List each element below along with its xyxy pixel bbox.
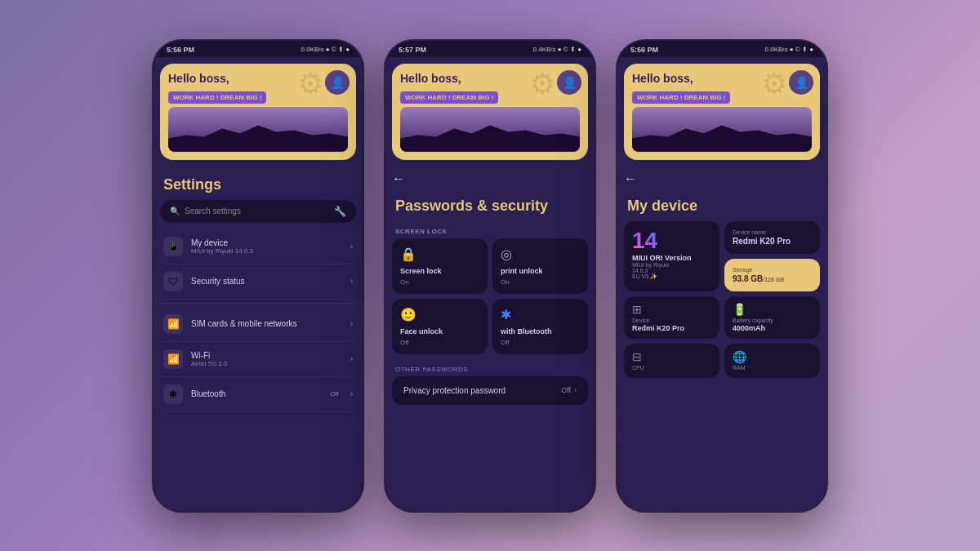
header-card-3: Hello boss, 👤 ⚙ WORK HARD ! DREAM BIG ! [624, 64, 820, 160]
spec-device-icon: ⊞ [632, 303, 711, 316]
status-time-3: 5:56 PM [630, 46, 658, 54]
spec-ram-label: RAM [733, 365, 812, 371]
device-specs-grid: ⊞ Device Redmi K20 Pro 🔋 Battery capacit… [624, 296, 820, 378]
miui-version: MIUI ORI Version [632, 254, 692, 262]
security-grid: 🔒 Screen lock On ◎ print unlock On 🙂 Fac… [392, 238, 588, 354]
spec-device-value: Redmi K20 Pro [632, 324, 711, 332]
screen-lock-icon: 🔒 [400, 247, 479, 262]
spec-device-label: Device [632, 318, 711, 323]
status-bar-3: 5:56 PM 0.0KB/s ● © ⬆ ● [617, 41, 826, 57]
settings-item-bluetooth[interactable]: ✱ Bluetooth Off › [160, 377, 356, 412]
spec-cpu[interactable]: ⊟ CPU [624, 344, 719, 378]
settings-item-wifi[interactable]: 📶 Wi-Fi Airtel 5G 2.0 › [160, 342, 356, 377]
motivational-3: WORK HARD ! DREAM BIG ! [632, 91, 730, 104]
motivational-2: WORK HARD ! DREAM BIG ! [400, 91, 498, 104]
silhouette-1 [168, 119, 348, 152]
settings-item-sim[interactable]: 📶 SIM cards & mobile networks › [160, 307, 356, 342]
gear-icon-1: ⚙ [297, 67, 323, 101]
header-image-2 [400, 107, 580, 152]
storage-label: Storage [733, 267, 812, 273]
phone-content-3: Hello boss, 👤 ⚙ WORK HARD ! DREAM BIG ! … [617, 57, 826, 511]
wifi-chevron: › [350, 354, 353, 363]
device-scroll[interactable]: My device 14 MIUI ORI Version MIUI by Ri… [617, 188, 826, 511]
security-scroll[interactable]: Passwords & security SCREEN LOCK 🔒 Scree… [385, 188, 595, 511]
gear-icon-3: ⚙ [761, 67, 787, 101]
privacy-label: Privacy protection password [403, 386, 506, 395]
device-name-card[interactable]: Device name Redmi K20 Pro [724, 221, 820, 254]
face-unlock-status: Off [400, 339, 479, 346]
settings-item-mydevice[interactable]: 📱 My device MIUI by Riyuki 14.0.3 › [160, 229, 356, 264]
spec-ram[interactable]: 🌐 RAM [724, 344, 820, 378]
search-placeholder: Search settings [185, 207, 329, 216]
spec-battery[interactable]: 🔋 Battery capacity 4000mAh [724, 296, 820, 339]
device-name-value: Redmi K20 Pro [733, 237, 812, 246]
miui-card[interactable]: 14 MIUI ORI Version MIUI by Riyuki 14.0.… [624, 221, 719, 291]
status-time-2: 5:57 PM [399, 46, 426, 54]
bluetooth-unlock-status: Off [501, 339, 580, 346]
header-card-1: Hello boss, 👤 ⚙ WORK HARD ! DREAM BIG ! [160, 64, 356, 160]
device-top-grid: 14 MIUI ORI Version MIUI by Riyuki 14.0.… [624, 221, 820, 291]
spec-battery-label: Battery capacity [733, 318, 812, 323]
motivational-1: WORK HARD ! DREAM BIG ! [168, 91, 266, 104]
storage-total: /128 GB [763, 277, 784, 282]
avatar-1: 👤 [325, 70, 350, 95]
settings-title: Settings [160, 171, 356, 200]
mydevice-icon: 📱 [163, 237, 183, 256]
mydevice-name: My device [191, 238, 342, 247]
silhouette-3 [632, 119, 812, 152]
settings-item-security[interactable]: 🛡 Security status › [160, 264, 356, 300]
bluetooth-icon: ✱ [163, 384, 183, 404]
security-chevron: › [350, 277, 353, 286]
security-icon: 🛡 [163, 272, 183, 291]
search-bar[interactable]: 🔍 Search settings 🔧 [160, 200, 356, 223]
status-time-1: 5:56 PM [167, 46, 194, 54]
bluetooth-value: Off [330, 390, 339, 398]
privacy-right: Off › [561, 386, 577, 394]
device-title: My device [624, 193, 820, 221]
miui-sub1: MIUI by Riyuki [632, 262, 669, 268]
settings-scroll[interactable]: Settings 🔍 Search settings 🔧 📱 My device… [154, 167, 363, 511]
fingerprint-card[interactable]: ◎ print unlock On [492, 238, 588, 294]
face-unlock-icon: 🙂 [400, 307, 479, 322]
phone-mydevice: 5:56 PM 0.0KB/s ● © ⬆ ● Hello boss, 👤 ⚙ … [616, 39, 828, 513]
storage-card[interactable]: Storage 93.8 GB/128 GB [724, 259, 820, 291]
privacy-chevron: › [574, 386, 577, 394]
gear-icon-2: ⚙ [529, 67, 555, 101]
wifi-sub: Airtel 5G 2.0 [191, 360, 342, 367]
search-icon: 🔍 [170, 207, 180, 216]
phone-settings: 5:56 PM 0.0KB/s ● © ⬆ ● Hello boss, 👤 ⚙ … [152, 39, 364, 513]
phone-content-1: Hello boss, 👤 ⚙ WORK HARD ! DREAM BIG ! … [154, 57, 363, 511]
bluetooth-name: Bluetooth [191, 389, 322, 398]
divider-1 [160, 303, 356, 304]
back-arrow-3[interactable]: ← [617, 167, 826, 188]
face-unlock-card[interactable]: 🙂 Face unlock Off [392, 299, 488, 354]
avatar-2: 👤 [557, 70, 581, 95]
screen-lock-title: Screen lock [400, 267, 479, 275]
sim-name: SIM cards & mobile networks [191, 319, 342, 328]
spec-battery-value: 4000mAh [733, 324, 812, 332]
fingerprint-title: print unlock [501, 267, 580, 275]
miui-logo: 14 [632, 229, 657, 252]
status-icons-1: 0.0KB/s ● © ⬆ ● [301, 46, 350, 53]
back-arrow-2[interactable]: ← [385, 167, 595, 188]
screen-lock-status: On [400, 278, 479, 286]
bluetooth-unlock-icon: ✱ [501, 307, 580, 322]
phone-security: 5:57 PM 0.4KB/s ● © ⬆ ● Hello boss, 👤 ⚙ … [384, 39, 596, 513]
wifi-name: Wi-Fi [191, 351, 342, 360]
screen-lock-card[interactable]: 🔒 Screen lock On [392, 238, 488, 294]
bluetooth-unlock-title: with Bluetooth [501, 327, 580, 335]
spec-cpu-label: CPU [632, 365, 711, 371]
privacy-value: Off [561, 386, 571, 394]
other-passwords-label: OTHER PASSWORDS [392, 359, 588, 376]
spec-cpu-icon: ⊟ [632, 350, 711, 363]
header-image-3 [632, 107, 812, 152]
bluetooth-unlock-card[interactable]: ✱ with Bluetooth Off [492, 299, 588, 354]
status-bar-2: 5:57 PM 0.4KB/s ● © ⬆ ● [385, 41, 595, 57]
mydevice-sub: MIUI by Riyuki 14.0.3 [191, 247, 342, 255]
screen-lock-label: SCREEN LOCK [392, 221, 588, 238]
privacy-item[interactable]: Privacy protection password Off › [392, 376, 588, 405]
sim-icon: 📶 [163, 314, 183, 334]
device-name-label: Device name [733, 229, 812, 235]
search-tool-icon: 🔧 [334, 206, 346, 217]
spec-device[interactable]: ⊞ Device Redmi K20 Pro [624, 296, 719, 339]
